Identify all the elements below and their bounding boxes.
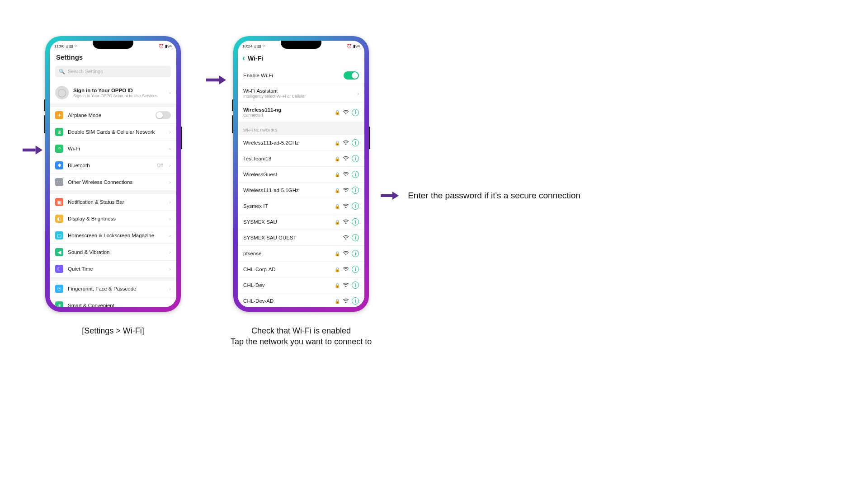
wifi-signal-icon [343, 219, 349, 225]
settings-row[interactable]: ✱BluetoothOff› [50, 157, 176, 174]
lock-icon: 🔒 [335, 251, 340, 256]
wifi-network-row[interactable]: CHL-Corp-AD🔒i [238, 261, 364, 277]
info-icon[interactable]: i [352, 187, 359, 194]
wifi-signal-icon [343, 171, 349, 178]
alarm-icon: ⏰ [159, 44, 164, 48]
connected-network-row[interactable]: Wireless111-ng Connected 🔒 i [238, 103, 364, 122]
settings-row[interactable]: ✶Smart & Convenient› [50, 297, 176, 307]
assistant-subtitle: Intelligently select Wi-Fi or Cellular [243, 94, 353, 99]
network-name: TestTeam13 [243, 156, 330, 161]
lock-icon: 🔒 [335, 141, 340, 145]
wifi-network-row[interactable]: pfsense🔒i [238, 245, 364, 261]
settings-row[interactable]: ⌔Wi-Fi› [50, 140, 176, 157]
step2-block: 10:24 ▯ ▤ ⌔ ⏰ ▮94 ‹ Wi-Fi Enable Wi-F [231, 36, 372, 347]
wifi-signal-icon [343, 155, 349, 162]
network-name: WirelessGuest [243, 172, 330, 177]
row-label: Homescreen & Lockscreen Magazine [68, 233, 165, 238]
lock-icon: 🔒 [335, 188, 340, 193]
info-icon[interactable]: i [352, 155, 359, 162]
row-icon: ✈ [55, 111, 63, 119]
chevron-right-icon: › [169, 216, 171, 221]
wifi-network-row[interactable]: CHL-Dev🔒i [238, 277, 364, 293]
wifi-signal-icon [343, 203, 349, 209]
status-icons: ▯ ▤ ⌔ [66, 44, 77, 48]
settings-row[interactable]: ⋯Other Wireless Connections› [50, 174, 176, 190]
network-name: pfsense [243, 251, 330, 256]
info-icon[interactable]: i [352, 109, 359, 116]
enable-wifi-toggle[interactable] [344, 71, 359, 80]
wifi-network-row[interactable]: Wireless111-ad-5.2GHz🔒i [238, 135, 364, 150]
signin-row[interactable]: ◯ Sign in to Your OPPO ID Sign in to You… [50, 82, 176, 103]
row-label: Smart & Convenient [68, 303, 165, 307]
chevron-right-icon: › [169, 129, 171, 135]
row-icon: ▢ [55, 231, 63, 239]
wifi-network-row[interactable]: CHL-Dev-AD🔒i [238, 293, 364, 307]
step1-block: 11:06 ▯ ▤ ⌔ ⏰ ▮94 Settings 🔍 Search Sett… [45, 36, 181, 336]
wifi-network-row[interactable]: TestTeam13🔒i [238, 150, 364, 166]
settings-row[interactable]: ◀Sound & Vibration› [50, 244, 176, 260]
wifi-network-row[interactable]: SYSMEX SAU🔒i [238, 214, 364, 230]
info-icon[interactable]: i [352, 218, 359, 225]
network-name: CHL-Dev-AD [243, 298, 330, 304]
wifi-network-row[interactable]: SYSMEX SAU GUESTi [238, 230, 364, 245]
network-name: Sysmex IT [243, 203, 330, 209]
settings-row[interactable]: ✈Airplane Mode [50, 107, 176, 123]
step1-caption: [Settings > Wi-Fi] [82, 325, 144, 336]
signin-title: Sign in to Your OPPO ID [73, 88, 165, 93]
network-name: CHL-Dev [243, 282, 330, 288]
row-label: Double SIM Cards & Cellular Network [68, 129, 165, 135]
row-label: Notification & Status Bar [68, 199, 165, 205]
wifi-network-row[interactable]: Sysmex IT🔒i [238, 198, 364, 214]
row-label: Wi-Fi [68, 146, 165, 151]
networks-section-header: Wi-Fi NETWORKS [238, 125, 364, 135]
back-button[interactable]: ‹ [242, 53, 245, 63]
info-icon[interactable]: i [352, 202, 359, 210]
page-title: Settings [50, 51, 176, 66]
info-icon[interactable]: i [352, 282, 359, 289]
wifi-assistant-row[interactable]: Wi-Fi Assistant Intelligently select Wi-… [238, 84, 364, 103]
settings-row[interactable]: ☾Quiet Time› [50, 260, 176, 277]
wifi-network-row[interactable]: Wireless111-ad-5.1GHz🔒i [238, 182, 364, 198]
phone-frame: 10:24 ▯ ▤ ⌔ ⏰ ▮94 ‹ Wi-Fi Enable Wi-F [233, 36, 369, 312]
alarm-icon: ⏰ [347, 44, 352, 48]
settings-row[interactable]: ◐Display & Brightness› [50, 210, 176, 227]
page-title: Wi-Fi [248, 55, 263, 62]
step3-caption: Enter the password if it's a secure conn… [408, 190, 580, 202]
row-value: Off [157, 163, 163, 168]
wifi-signal-icon [343, 187, 349, 193]
row-icon: ✱ [55, 161, 63, 169]
toggle[interactable] [156, 111, 171, 119]
info-icon[interactable]: i [352, 139, 359, 146]
wifi-header: ‹ Wi-Fi [238, 51, 364, 67]
search-input[interactable]: 🔍 Search Settings [55, 66, 171, 77]
assistant-title: Wi-Fi Assistant [243, 88, 353, 94]
row-label: Airplane Mode [68, 113, 151, 118]
chevron-right-icon: › [169, 266, 171, 272]
chevron-right-icon: › [169, 199, 171, 205]
wifi-network-row[interactable]: WirelessGuest🔒i [238, 166, 364, 182]
settings-row[interactable]: ☉Fingerprint, Face & Passcode› [50, 281, 176, 297]
settings-row[interactable]: ▣Notification & Status Bar› [50, 194, 176, 210]
row-icon: ◀ [55, 248, 63, 256]
lock-icon: 🔒 [335, 283, 340, 288]
info-icon[interactable]: i [352, 234, 359, 241]
row-label: Display & Brightness [68, 216, 165, 221]
phone-frame: 11:06 ▯ ▤ ⌔ ⏰ ▮94 Settings 🔍 Search Sett… [45, 36, 181, 312]
notch [93, 41, 133, 49]
info-icon[interactable]: i [352, 297, 359, 305]
row-icon: ☉ [55, 285, 63, 293]
row-icon: ☾ [55, 265, 63, 273]
chevron-right-icon: › [169, 179, 171, 185]
wifi-signal-icon [343, 298, 349, 304]
chevron-right-icon: › [169, 146, 171, 151]
row-icon: ◐ [55, 215, 63, 223]
info-icon[interactable]: i [352, 266, 359, 273]
row-icon: ⊕ [55, 128, 63, 136]
enable-wifi-row[interactable]: Enable Wi-Fi [238, 67, 364, 84]
lock-icon: 🔒 [335, 299, 340, 304]
info-icon[interactable]: i [352, 250, 359, 257]
settings-row[interactable]: ⊕Double SIM Cards & Cellular Network› [50, 123, 176, 140]
info-icon[interactable]: i [352, 171, 359, 178]
lock-icon: 🔒 [335, 172, 340, 177]
settings-row[interactable]: ▢Homescreen & Lockscreen Magazine› [50, 227, 176, 244]
